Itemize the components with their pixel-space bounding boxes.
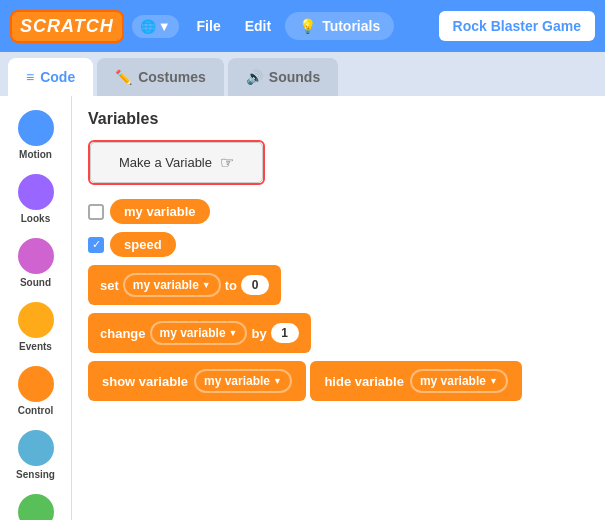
tutorials-button[interactable]: 💡 Tutorials — [285, 12, 394, 40]
code-tab-label: Code — [40, 69, 75, 85]
tab-costumes[interactable]: ✏️ Costumes — [97, 58, 224, 96]
set-value-input[interactable]: 0 — [241, 275, 269, 295]
change-varname-label: my variable — [160, 326, 226, 340]
show-variable-label: show variable — [102, 374, 188, 389]
tab-sounds[interactable]: 🔊 Sounds — [228, 58, 338, 96]
tab-code[interactable]: ≡ Code — [8, 58, 93, 96]
set-varname-dropdown[interactable]: my variable ▼ — [123, 273, 221, 297]
hide-variable-label: hide variable — [324, 374, 403, 389]
var-row-myvariable: my variable — [88, 199, 589, 224]
section-title: Variables — [88, 110, 589, 128]
scratch-logo[interactable]: SCRATCH — [10, 10, 124, 43]
costumes-tab-label: Costumes — [138, 69, 206, 85]
topbar: SCRATCH 🌐 ▼ File Edit 💡 Tutorials Rock B… — [0, 0, 605, 52]
control-label: Control — [18, 405, 54, 416]
set-varname-label: my variable — [133, 278, 199, 292]
change-by-label: by — [251, 326, 266, 341]
motion-label: Motion — [19, 149, 52, 160]
hide-variable-block[interactable]: hide variable my variable ▼ — [310, 361, 521, 401]
chevron-down-icon: ▼ — [202, 280, 211, 290]
sidebar-item-looks[interactable]: Looks — [0, 170, 71, 228]
sidebar-item-events[interactable]: Events — [0, 298, 71, 356]
cursor-icon: ☞ — [220, 153, 234, 172]
hide-varname-dropdown[interactable]: my variable ▼ — [410, 369, 508, 393]
change-block-row: change my variable ▼ by 1 — [88, 313, 589, 353]
set-to-label: to — [225, 278, 237, 293]
control-circle — [18, 366, 54, 402]
set-block[interactable]: set my variable ▼ to 0 — [88, 265, 281, 305]
hide-varname-label: my variable — [420, 374, 486, 388]
tutorials-label: Tutorials — [322, 18, 380, 34]
tabbar: ≡ Code ✏️ Costumes 🔊 Sounds — [0, 52, 605, 96]
myvariable-checkbox[interactable] — [88, 204, 104, 220]
events-circle — [18, 302, 54, 338]
chevron-down-icon2: ▼ — [229, 328, 238, 338]
change-label: change — [100, 326, 146, 341]
costumes-tab-icon: ✏️ — [115, 69, 132, 85]
looks-circle — [18, 174, 54, 210]
change-value-input[interactable]: 1 — [271, 323, 299, 343]
sidebar: Motion Looks Sound Events Control Sensin… — [0, 96, 72, 520]
sound-label: Sound — [20, 277, 51, 288]
sound-circle — [18, 238, 54, 274]
sensing-circle — [18, 430, 54, 466]
bulb-icon: 💡 — [299, 18, 316, 34]
change-block[interactable]: change my variable ▼ by 1 — [88, 313, 311, 353]
sounds-tab-label: Sounds — [269, 69, 320, 85]
make-variable-button-wrap: Make a Variable ☞ — [88, 140, 265, 185]
show-varname-dropdown[interactable]: my variable ▼ — [194, 369, 292, 393]
set-block-row: set my variable ▼ to 0 — [88, 265, 589, 305]
speed-checkbox[interactable]: ✓ — [88, 237, 104, 253]
chevron-down-icon3: ▼ — [273, 376, 282, 386]
content-area: Variables Make a Variable ☞ my variable … — [72, 96, 605, 520]
menu-file[interactable]: File — [187, 14, 231, 38]
sidebar-item-operators[interactable]: Operators — [0, 490, 71, 520]
change-varname-dropdown[interactable]: my variable ▼ — [150, 321, 248, 345]
globe-icon: 🌐 — [140, 19, 156, 34]
events-label: Events — [19, 341, 52, 352]
sidebar-item-motion[interactable]: Motion — [0, 106, 71, 164]
code-tab-icon: ≡ — [26, 69, 34, 85]
make-variable-button[interactable]: Make a Variable ☞ — [90, 142, 263, 183]
operators-circle — [18, 494, 54, 520]
sidebar-item-sensing[interactable]: Sensing — [0, 426, 71, 484]
globe-button[interactable]: 🌐 ▼ — [132, 15, 179, 38]
project-name-button[interactable]: Rock Blaster Game — [439, 11, 595, 41]
show-variable-block[interactable]: show variable my variable ▼ — [88, 361, 306, 401]
menu-edit[interactable]: Edit — [235, 14, 281, 38]
main-area: Motion Looks Sound Events Control Sensin… — [0, 96, 605, 520]
topbar-menu: File Edit 💡 Tutorials — [187, 12, 431, 40]
sounds-tab-icon: 🔊 — [246, 69, 263, 85]
globe-arrow-icon: ▼ — [158, 19, 171, 34]
set-label: set — [100, 278, 119, 293]
show-varname-label: my variable — [204, 374, 270, 388]
speed-pill[interactable]: speed — [110, 232, 176, 257]
chevron-down-icon4: ▼ — [489, 376, 498, 386]
motion-circle — [18, 110, 54, 146]
myvariable-pill[interactable]: my variable — [110, 199, 210, 224]
sidebar-item-control[interactable]: Control — [0, 362, 71, 420]
var-row-speed: ✓ speed — [88, 232, 589, 257]
sensing-label: Sensing — [16, 469, 55, 480]
sidebar-item-sound[interactable]: Sound — [0, 234, 71, 292]
looks-label: Looks — [21, 213, 50, 224]
make-variable-label: Make a Variable — [119, 155, 212, 170]
